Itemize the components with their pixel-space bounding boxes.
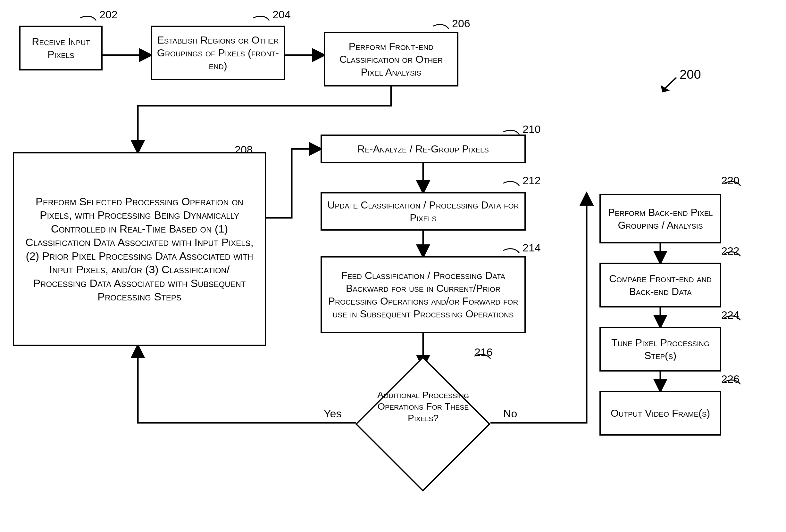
figure-reference: 200	[679, 67, 701, 82]
ref-220: 220	[721, 174, 740, 187]
edge-label-no: No	[503, 407, 517, 420]
ref-206: 206	[452, 17, 470, 30]
node-text: Update Classification / Processing Data …	[326, 199, 520, 224]
node-receive-input-pixels: Receive Input Pixels	[19, 26, 102, 70]
edge-label-yes: Yes	[324, 407, 341, 420]
node-text: Output Video Frame(s)	[611, 407, 710, 419]
ref-226: 226	[721, 373, 740, 385]
node-text: Establish Regions or Other Groupings of …	[157, 34, 279, 72]
node-tune-pixel-processing: Tune Pixel Processing Step(s)	[599, 327, 721, 371]
ref-208: 208	[235, 144, 253, 156]
node-backend-grouping: Perform Back-end Pixel Grouping / Analys…	[599, 194, 721, 243]
ref-212: 212	[523, 174, 541, 187]
ref-202: 202	[99, 8, 118, 21]
flowchart-canvas: 200 Receive Input Pixels 202 Establish R…	[0, 0, 786, 532]
node-text: Perform Front-end Classification or Othe…	[329, 40, 453, 78]
node-text: Tune Pixel Processing Step(s)	[605, 336, 715, 362]
node-text: Feed Classification / Processing Data Ba…	[326, 269, 520, 320]
node-update-classification: Update Classification / Processing Data …	[321, 192, 526, 231]
node-feed-classification: Feed Classification / Processing Data Ba…	[321, 256, 526, 333]
decision-additional-processing	[355, 357, 490, 491]
node-output-video-frames: Output Video Frame(s)	[599, 391, 721, 436]
node-text: Receive Input Pixels	[25, 35, 97, 61]
node-establish-regions: Establish Regions or Other Groupings of …	[151, 26, 285, 80]
node-text: Perform Back-end Pixel Grouping / Analys…	[605, 206, 715, 232]
ref-204: 204	[273, 8, 291, 21]
node-text: Compare Front-end and Back-end Data	[605, 272, 715, 298]
decision-text: Additional Processing Operations For The…	[365, 389, 481, 424]
ref-210: 210	[523, 123, 541, 136]
ref-222: 222	[721, 245, 740, 257]
node-reanalyze-regroup: Re-Analyze / Re-Group Pixels	[321, 135, 526, 163]
ref-214: 214	[523, 242, 541, 254]
node-text: Perform Selected Processing Operation on…	[24, 195, 255, 304]
ref-216: 216	[475, 346, 493, 358]
node-compare-front-back: Compare Front-end and Back-end Data	[599, 263, 721, 308]
node-front-end-classification: Perform Front-end Classification or Othe…	[324, 32, 458, 87]
node-perform-selected-processing: Perform Selected Processing Operation on…	[13, 152, 266, 346]
ref-224: 224	[721, 309, 740, 321]
node-text: Re-Analyze / Re-Group Pixels	[357, 143, 489, 155]
